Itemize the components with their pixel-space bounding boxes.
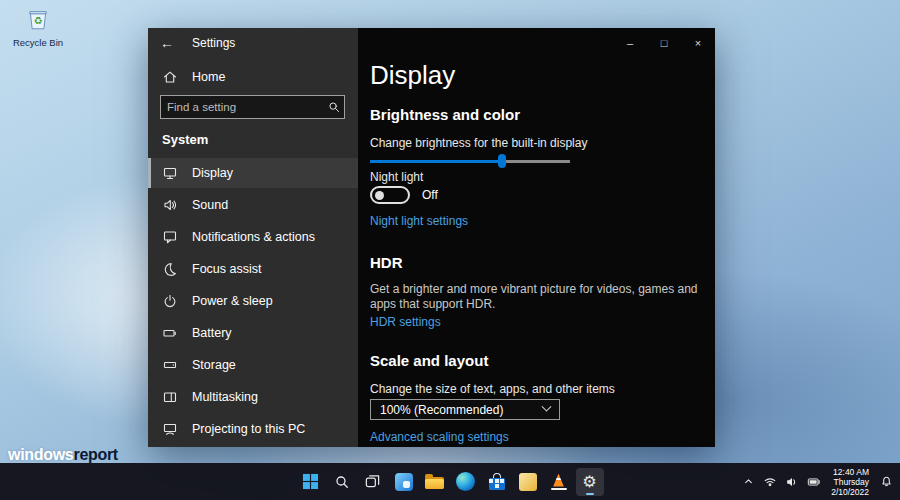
sidebar-item-multitasking[interactable]: Multitasking <box>148 382 358 412</box>
app-button[interactable] <box>514 468 542 496</box>
close-button[interactable]: × <box>681 28 715 58</box>
sidebar-item-projecting[interactable]: Projecting to this PC <box>148 414 358 444</box>
settings-sidebar: Home System Display <box>148 58 358 447</box>
brightness-slider-fill <box>370 160 502 163</box>
display-icon <box>162 165 178 181</box>
battery-button[interactable] <box>804 469 824 495</box>
battery-icon <box>162 325 178 341</box>
store-icon <box>488 473 506 491</box>
minimize-button[interactable]: – <box>613 28 647 58</box>
notifications-icon <box>162 229 178 245</box>
search-icon <box>334 474 350 490</box>
night-light-label: Night light <box>370 170 423 184</box>
gear-icon: ⚙ <box>582 474 596 490</box>
taskbar: ⚙ <box>0 463 900 500</box>
sidebar-item-home[interactable]: Home <box>148 62 358 92</box>
vlc-icon <box>551 474 567 490</box>
clock-day: Thursday <box>831 477 869 487</box>
windowsreport-watermark: windowsreport <box>8 446 118 464</box>
selected-indicator <box>148 158 151 188</box>
hdr-settings-link[interactable]: HDR settings <box>370 315 441 329</box>
recycle-bin-icon: ♻ <box>25 6 51 32</box>
hdr-description: Get a brighter and more vibrant picture … <box>370 282 715 312</box>
chevron-down-icon <box>542 402 552 412</box>
titlebar: ← Settings – □ × <box>148 28 715 58</box>
sidebar-item-storage[interactable]: Storage <box>148 350 358 380</box>
sidebar-item-focus-assist[interactable]: Focus assist <box>148 254 358 284</box>
back-button[interactable]: ← <box>160 35 174 51</box>
sidebar-item-display[interactable]: Display <box>148 158 358 188</box>
recycle-bin-label: Recycle Bin <box>8 37 68 48</box>
brightness-slider-label: Change brightness for the built-in displ… <box>370 136 587 150</box>
system-tray: 12:40 AM Thursday 2/10/2022 <box>738 463 896 500</box>
home-label: Home <box>192 70 225 84</box>
toggle-knob <box>375 191 384 200</box>
volume-button[interactable] <box>782 469 802 495</box>
widgets-button[interactable] <box>390 468 418 496</box>
task-view-button[interactable] <box>359 468 387 496</box>
hdr-section-heading: HDR <box>370 254 403 271</box>
wifi-icon <box>763 475 777 489</box>
clock-time: 12:40 AM <box>831 467 869 477</box>
night-light-settings-link[interactable]: Night light settings <box>370 214 468 228</box>
file-explorer-button[interactable] <box>421 468 449 496</box>
chevron-up-icon <box>742 475 755 488</box>
clock-date: 2/10/2022 <box>831 487 869 497</box>
volume-icon <box>785 475 799 489</box>
svg-text:♻: ♻ <box>34 15 43 26</box>
start-button[interactable] <box>297 468 325 496</box>
sound-icon <box>162 197 178 213</box>
night-light-state: Off <box>422 188 438 202</box>
sidebar-section-label: System <box>162 132 208 147</box>
vlc-button[interactable] <box>545 468 573 496</box>
settings-content: Display Brightness and color Change brig… <box>358 58 715 447</box>
sidebar-item-battery[interactable]: Battery <box>148 318 358 348</box>
network-button[interactable] <box>760 469 780 495</box>
battery-icon <box>807 475 821 489</box>
focus-assist-icon <box>162 261 178 277</box>
search-box[interactable] <box>160 95 345 119</box>
power-icon <box>162 293 178 309</box>
notifications-button[interactable] <box>876 469 896 495</box>
widgets-icon <box>395 473 413 491</box>
sidebar-nav: Display Sound Notifications & actions <box>148 158 358 446</box>
sidebar-item-power-sleep[interactable]: Power & sleep <box>148 286 358 316</box>
search-icon <box>327 100 341 114</box>
taskbar-center-icons: ⚙ <box>295 463 605 500</box>
search-input[interactable] <box>161 101 327 113</box>
settings-button[interactable]: ⚙ <box>576 468 604 496</box>
scale-label: Change the size of text, apps, and other… <box>370 382 615 396</box>
brightness-slider-track <box>370 160 570 163</box>
bell-icon <box>880 475 893 488</box>
edge-button[interactable] <box>452 468 480 496</box>
hidden-icons-button[interactable] <box>738 469 758 495</box>
projecting-icon <box>162 421 178 437</box>
taskbar-clock[interactable]: 12:40 AM Thursday 2/10/2022 <box>831 467 869 497</box>
brightness-slider-thumb[interactable] <box>498 154 506 168</box>
scale-dropdown-value: 100% (Recommended) <box>380 403 503 417</box>
app-icon <box>519 473 537 491</box>
sidebar-item-sound[interactable]: Sound <box>148 190 358 220</box>
sidebar-item-notifications[interactable]: Notifications & actions <box>148 222 358 252</box>
maximize-button[interactable]: □ <box>647 28 681 58</box>
brightness-slider[interactable] <box>370 154 570 168</box>
file-explorer-icon <box>425 474 445 490</box>
desktop: ♻ Recycle Bin windowsreport ← Settings –… <box>0 0 900 500</box>
search-button[interactable] <box>328 468 356 496</box>
edge-icon <box>456 472 475 491</box>
advanced-scaling-link[interactable]: Advanced scaling settings <box>370 430 509 444</box>
brightness-section-heading: Brightness and color <box>370 106 520 123</box>
windows-logo-icon <box>302 473 319 490</box>
night-light-toggle[interactable] <box>370 186 410 204</box>
settings-window: ← Settings – □ × Home <box>148 28 715 447</box>
recycle-bin-desktop-icon[interactable]: ♻ Recycle Bin <box>8 6 68 48</box>
storage-icon <box>162 357 178 373</box>
multitasking-icon <box>162 389 178 405</box>
task-view-icon <box>364 473 381 490</box>
home-icon <box>162 69 178 85</box>
page-title: Display <box>370 60 455 91</box>
window-title: Settings <box>192 36 235 50</box>
store-button[interactable] <box>483 468 511 496</box>
scale-dropdown[interactable]: 100% (Recommended) <box>370 399 560 420</box>
scale-section-heading: Scale and layout <box>370 352 488 369</box>
